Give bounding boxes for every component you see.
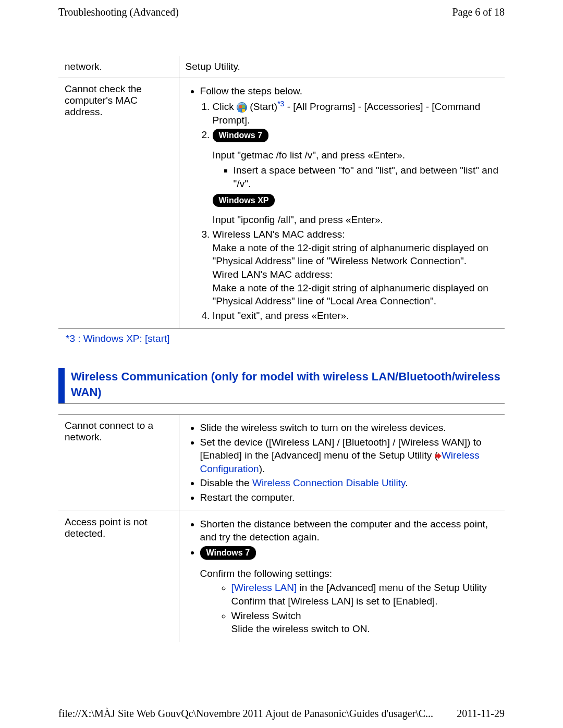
list-item: Windows 7 Confirm the following settings… (200, 545, 498, 636)
table-row: Access point is not detected. Shorten th… (58, 511, 505, 642)
list-item: Set the device ([Wireless LAN] / [Blueto… (200, 436, 498, 476)
windows-xp-badge: Windows XP (213, 194, 275, 207)
list-item: Click (Start)*3 - [All Programs] - [Acce… (213, 99, 498, 127)
problem-label: Cannot connect to a network. (58, 414, 179, 511)
table-row: network. Setup Utility. (58, 56, 505, 78)
problem-solution: Follow the steps below. Click (Start)*3 … (179, 78, 505, 329)
table-row: Cannot connect to a network. Slide the w… (58, 414, 505, 511)
list-item: Disable the Wireless Connection Disable … (200, 476, 498, 490)
problem-solution: Slide the wireless switch to turn on the… (179, 414, 505, 511)
footnote-text: *3 : Windows XP: [start] (66, 333, 505, 344)
list-item: Windows 7 Input "getmac /fo list /v", an… (213, 128, 498, 227)
windows-start-icon (237, 102, 247, 113)
page-title: Troubleshooting (Advanced) (58, 6, 179, 18)
file-path: file://X:\MÀJ Site Web GouvQc\Novembre 2… (58, 708, 433, 720)
page-number: Page 6 of 18 (452, 6, 505, 18)
wireless-lan-link[interactable]: [Wireless LAN] (231, 582, 297, 593)
list-item: Slide the wireless switch to turn on the… (200, 421, 498, 435)
list-item: Shorten the distance between the compute… (200, 517, 498, 544)
arrow-right-icon (438, 453, 442, 459)
wireless-disable-utility-link[interactable]: Wireless Connection Disable Utility (252, 477, 405, 488)
page-header: Troubleshooting (Advanced) Page 6 of 18 (0, 0, 563, 24)
list-item: [Wireless LAN] in the [Advanced] menu of… (231, 581, 498, 608)
windows-7-badge: Windows 7 (213, 129, 268, 142)
print-date: 2011-11-29 (457, 708, 505, 720)
problem-label: Cannot check the computer's MAC address. (58, 78, 179, 329)
list-item: Restart the computer. (200, 491, 498, 504)
windows-7-badge: Windows 7 (200, 546, 256, 560)
footnote-ref: *3 (277, 100, 284, 108)
troubleshooting-table-2: Cannot connect to a network. Slide the w… (58, 414, 505, 642)
section-heading: Wireless Communication (only for model w… (58, 368, 505, 403)
page-footer: file://X:\MÀJ Site Web GouvQc\Novembre 2… (0, 708, 563, 720)
troubleshooting-table-1: network. Setup Utility. Cannot check the… (58, 56, 505, 329)
problem-label: Access point is not detected. (58, 511, 179, 642)
table-row: Cannot check the computer's MAC address.… (58, 78, 505, 329)
problem-label: network. (58, 56, 179, 78)
list-item: Follow the steps below. (200, 84, 498, 98)
problem-solution: Setup Utility. (179, 56, 505, 78)
list-item: Insert a space between "fo" and "list", … (234, 164, 498, 190)
problem-solution: Shorten the distance between the compute… (179, 511, 505, 642)
list-item: Wireless Switch Slide the wireless switc… (231, 609, 498, 636)
list-item: Wireless LAN's MAC address: Make a note … (213, 228, 498, 308)
list-item: Input "exit", and press «Enter». (213, 309, 498, 323)
